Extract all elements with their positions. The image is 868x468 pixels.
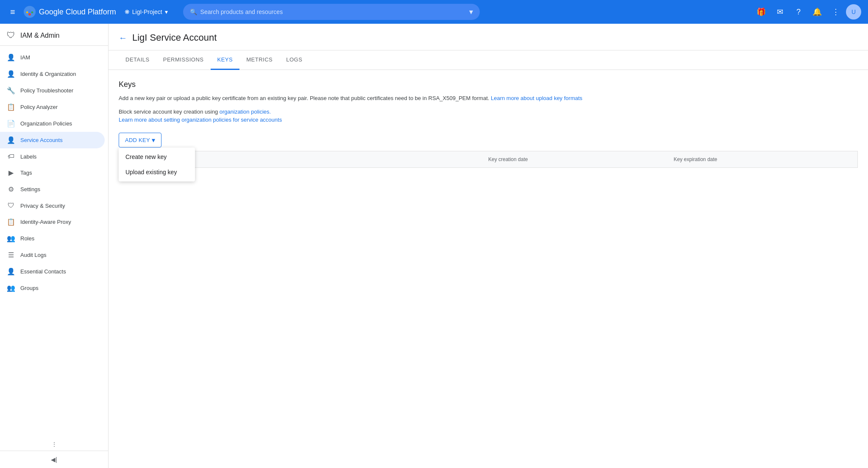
main-content: ← LigI Service Account DETAILS PERMISSIO… — [108, 24, 868, 468]
tab-permissions[interactable]: PERMISSIONS — [156, 50, 211, 70]
search-input[interactable] — [200, 8, 466, 15]
app-logo: Google Cloud Platform — [24, 6, 116, 18]
sidebar-item-label: Policy Troubleshooter — [20, 87, 73, 94]
sidebar-item-label: Identity-Aware Proxy — [20, 219, 71, 225]
sidebar-item-org-policies[interactable]: 📄 Organization Policies — [0, 115, 105, 132]
sidebar-item-privacy-security[interactable]: 🛡 Privacy & Security — [0, 198, 105, 214]
sidebar-item-label: Policy Analyzer — [20, 104, 58, 110]
page-title: LigI Service Account — [132, 32, 217, 43]
privacy-security-icon: 🛡 — [7, 202, 15, 209]
org-policy-text: Block service account key creation using… — [119, 108, 858, 124]
org-policy-learn-more-link[interactable]: Learn more about setting organization po… — [119, 117, 282, 123]
sidebar-item-label: Service Accounts — [20, 137, 63, 143]
add-key-button[interactable]: ADD KEY ▾ — [119, 133, 161, 148]
notifications-button[interactable]: 🔔 — [809, 3, 826, 20]
sidebar-item-label: Identity & Organization — [20, 71, 76, 77]
help-button[interactable]: ? — [790, 3, 807, 20]
menu-icon[interactable]: ≡ — [7, 4, 19, 20]
add-key-chevron-icon: ▾ — [152, 136, 155, 144]
inbox-button[interactable]: ✉ — [771, 3, 788, 20]
keys-section-title: Keys — [119, 80, 858, 89]
policy-troubleshooter-icon: 🔧 — [7, 86, 15, 95]
sidebar-item-label: Privacy & Security — [20, 203, 65, 209]
add-key-container: ADD KEY ▾ Create new key Upload existing… — [119, 133, 161, 148]
project-selector[interactable]: ❋ LigI-Project ▾ — [121, 7, 171, 17]
app-name: Google Cloud Platform — [39, 8, 116, 17]
table-col-creation-date: Key creation date — [488, 156, 665, 162]
keys-table: Key ID Key creation date Key expiration … — [119, 151, 858, 168]
avatar[interactable]: U — [846, 4, 861, 20]
svg-point-3 — [31, 11, 33, 14]
identity-aware-proxy-icon: 📋 — [7, 218, 15, 226]
sidebar-item-service-accounts[interactable]: 👤 Service Accounts — [0, 132, 105, 148]
sidebar-item-iam[interactable]: 👤 IAM — [0, 49, 105, 66]
tags-icon: ▶ — [7, 169, 15, 177]
search-bar[interactable]: 🔍 ▾ — [183, 4, 480, 20]
sidebar-item-label: Labels — [20, 153, 36, 160]
audit-logs-icon: ☰ — [7, 251, 15, 259]
learn-more-link[interactable]: Learn more about upload key formats — [491, 95, 582, 101]
sidebar-item-essential-contacts[interactable]: 👤 Essential Contacts — [0, 263, 105, 280]
sidebar-item-label: Roles — [20, 235, 34, 242]
project-icon: ❋ — [125, 8, 130, 15]
sidebar-item-settings[interactable]: ⚙ Settings — [0, 181, 105, 198]
sidebar-item-label: Tags — [20, 170, 32, 176]
sidebar-header: 🛡 IAM & Admin — [0, 24, 108, 46]
upload-existing-key-item[interactable]: Upload existing key — [119, 164, 195, 180]
add-key-label: ADD KEY — [125, 137, 150, 143]
sidebar-item-tags[interactable]: ▶ Tags — [0, 164, 105, 181]
sidebar-item-identity-org[interactable]: 👤 Identity & Organization — [0, 66, 105, 82]
gcp-logo-icon — [24, 6, 36, 18]
policy-analyzer-icon: 📋 — [7, 103, 15, 111]
create-new-key-item[interactable]: Create new key — [119, 149, 195, 164]
sidebar-item-label: Essential Contacts — [20, 268, 66, 275]
service-accounts-icon: 👤 — [7, 136, 15, 144]
main-layout: 🛡 IAM & Admin 👤 IAM 👤 Identity & Organiz… — [0, 24, 868, 468]
sidebar: 🛡 IAM & Admin 👤 IAM 👤 Identity & Organiz… — [0, 24, 108, 468]
sidebar-item-audit-logs[interactable]: ☰ Audit Logs — [0, 247, 105, 263]
org-policies-icon: 📄 — [7, 120, 15, 128]
table-col-expiration-date: Key expiration date — [674, 156, 851, 162]
svg-point-2 — [26, 11, 28, 14]
back-button[interactable]: ← — [119, 33, 127, 43]
groups-icon: 👥 — [7, 284, 15, 292]
roles-icon: 👥 — [7, 234, 15, 242]
back-icon: ← — [119, 33, 127, 43]
keys-description: Add a new key pair or upload a public ke… — [119, 94, 858, 103]
topbar-actions: 🎁 ✉ ? 🔔 ⋮ U — [753, 3, 861, 20]
project-name: LigI-Project — [132, 8, 162, 15]
sidebar-item-label: Settings — [20, 186, 40, 192]
labels-icon: 🏷 — [7, 153, 15, 160]
sidebar-item-groups[interactable]: 👥 Groups — [0, 280, 105, 296]
content-header: ← LigI Service Account — [108, 24, 868, 50]
table-header-row: Key ID Key creation date Key expiration … — [119, 151, 858, 168]
tab-metrics[interactable]: METRICS — [239, 50, 279, 70]
keys-section: Keys Add a new key pair or upload a publ… — [108, 70, 868, 178]
sidebar-item-identity-aware-proxy[interactable]: 📋 Identity-Aware Proxy — [0, 214, 105, 230]
more-button[interactable]: ⋮ — [827, 3, 844, 20]
sidebar-item-policy-troubleshooter[interactable]: 🔧 Policy Troubleshooter — [0, 82, 105, 99]
sidebar-item-label: Groups — [20, 285, 39, 291]
sidebar-nav: 👤 IAM 👤 Identity & Organization 🔧 Policy… — [0, 46, 108, 438]
tab-keys[interactable]: KEYS — [211, 50, 240, 70]
tab-logs[interactable]: LOGS — [279, 50, 309, 70]
topbar: ≡ Google Cloud Platform ❋ LigI-Project ▾… — [0, 0, 868, 24]
sidebar-item-label: Audit Logs — [20, 252, 46, 258]
sidebar-item-label: IAM — [20, 54, 30, 61]
tab-details[interactable]: DETAILS — [119, 50, 156, 70]
sidebar-item-labels[interactable]: 🏷 Labels — [0, 148, 105, 164]
tabs: DETAILS PERMISSIONS KEYS METRICS LOGS — [108, 50, 868, 70]
sidebar-item-policy-analyzer[interactable]: 📋 Policy Analyzer — [0, 99, 105, 115]
essential-contacts-icon: 👤 — [7, 267, 15, 276]
gift-button[interactable]: 🎁 — [753, 3, 770, 20]
search-icon: 🔍 — [190, 8, 197, 15]
sidebar-item-label: Organization Policies — [20, 120, 72, 127]
sidebar-collapse-button[interactable]: ◀| — [0, 451, 108, 468]
scroll-indicator: ⋮ — [0, 438, 108, 451]
sidebar-item-roles[interactable]: 👥 Roles — [0, 230, 105, 247]
org-policy-link[interactable]: organization policies. — [220, 109, 271, 115]
svg-point-1 — [28, 13, 31, 16]
sidebar-title: IAM & Admin — [20, 32, 59, 39]
iam-admin-icon: 🛡 — [7, 31, 15, 40]
search-chevron-icon[interactable]: ▾ — [469, 7, 473, 17]
